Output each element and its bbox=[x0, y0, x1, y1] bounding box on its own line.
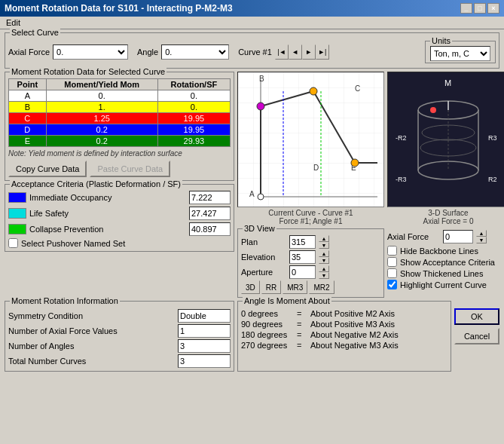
3d-view-group: 3D View Plan ▲ ▼ Elevation bbox=[237, 228, 384, 298]
chart-svg: A B C D E bbox=[238, 72, 384, 207]
cp-value[interactable] bbox=[189, 222, 231, 236]
ls-swatch bbox=[8, 208, 26, 219]
current-curve-label: Current Curve - Curve #1 bbox=[268, 209, 353, 217]
3d-surface-label: 3-D Surface bbox=[428, 209, 468, 217]
svg-text:R3: R3 bbox=[488, 134, 497, 142]
curve-label: Curve #1 bbox=[238, 47, 272, 57]
svg-text:M: M bbox=[444, 78, 451, 87]
ls-value[interactable] bbox=[189, 207, 231, 220]
io-value[interactable] bbox=[189, 191, 231, 204]
paste-curve-button[interactable]: Paste Curve Data bbox=[90, 161, 170, 177]
table-row: B1.0. bbox=[9, 102, 231, 113]
dialog-buttons: OK Cancel bbox=[454, 301, 499, 375]
menu-bar: Edit bbox=[0, 17, 504, 29]
copy-paste-row: Copy Curve Data Paste Curve Data bbox=[8, 161, 231, 177]
total-curves-label: Total Number Curves bbox=[8, 357, 175, 366]
ac-item-1: Immediate Occupancy bbox=[8, 191, 231, 204]
axial-force-zero: Axial Force = 0 bbox=[423, 217, 474, 225]
units-select[interactable]: Ton, m, C bbox=[430, 46, 490, 61]
show-thickened-row: Show Thickened Lines bbox=[387, 268, 504, 278]
angle-select[interactable]: 0. bbox=[161, 44, 229, 60]
num-axial-value[interactable] bbox=[178, 324, 231, 338]
af-up[interactable]: ▲ bbox=[476, 230, 487, 237]
aperture-input[interactable] bbox=[289, 265, 316, 279]
acceptance-criteria-group: Acceptance Criteria (Plastic Deformation… bbox=[5, 184, 234, 252]
svg-point-10 bbox=[310, 87, 317, 95]
table-row: C1.2519.95 bbox=[9, 113, 231, 124]
about-180: About Negative M2 Axis bbox=[310, 330, 399, 339]
about-90: About Positive M3 Axis bbox=[310, 320, 395, 329]
chart-label-1: Current Curve - Curve #1 Force #1; Angle… bbox=[237, 209, 384, 225]
btn-rr[interactable]: RR bbox=[261, 280, 281, 294]
main-chart: A B C D E bbox=[237, 72, 384, 207]
units-group: Units Ton, m, C bbox=[425, 41, 496, 63]
angle-row-180: 180 degrees = About Negative M2 Axis bbox=[241, 330, 447, 339]
cancel-button[interactable]: Cancel bbox=[454, 328, 499, 344]
3d-surface-chart: M -R2 R3 -R3 R2 bbox=[387, 72, 504, 207]
force-angle-label: Force #1; Angle #1 bbox=[279, 217, 343, 225]
nav-first[interactable]: |◄ bbox=[275, 44, 289, 60]
col-rotation: Rotation/SF bbox=[157, 79, 230, 90]
table-row: A0.0. bbox=[9, 90, 231, 102]
svg-text:-R2: -R2 bbox=[396, 134, 407, 142]
nav-next[interactable]: ► bbox=[302, 44, 316, 60]
deg-270: 270 degrees bbox=[241, 341, 294, 350]
pushover-checkbox[interactable] bbox=[8, 238, 18, 248]
hide-backbone-row: Hide Backbone Lines bbox=[387, 246, 504, 256]
nav-prev[interactable]: ◄ bbox=[289, 44, 302, 60]
svg-point-9 bbox=[257, 103, 264, 110]
btn-3d[interactable]: 3D bbox=[241, 280, 260, 294]
plan-row: Plan ▲ ▼ bbox=[241, 235, 380, 249]
svg-text:R2: R2 bbox=[488, 176, 497, 183]
total-curves-value[interactable] bbox=[178, 354, 231, 368]
aperture-down[interactable]: ▼ bbox=[319, 272, 329, 279]
deg-180: 180 degrees bbox=[241, 330, 294, 339]
axial-force-select[interactable]: 0. bbox=[53, 44, 128, 60]
num-angles-value[interactable] bbox=[178, 339, 231, 353]
show-acceptance-label: Show Acceptance Criteria bbox=[400, 258, 495, 267]
svg-text:D: D bbox=[313, 164, 319, 172]
menu-edit[interactable]: Edit bbox=[3, 17, 23, 28]
surface-label: 3-D Surface Axial Force = 0 bbox=[387, 209, 504, 225]
window-title: Moment Rotation Data for S101 - Interact… bbox=[5, 3, 233, 14]
show-acceptance-checkbox[interactable] bbox=[387, 257, 397, 267]
cp-swatch bbox=[8, 224, 26, 234]
btn-mr3[interactable]: MR3 bbox=[283, 280, 307, 294]
af-down[interactable]: ▼ bbox=[476, 237, 487, 243]
about-270: About Negative M3 Axis bbox=[310, 341, 399, 350]
aperture-spinner: ▲ ▼ bbox=[319, 265, 329, 279]
moment-rotation-group: Moment Rotation Data for Selected Curve … bbox=[5, 72, 234, 181]
hide-backbone-checkbox[interactable] bbox=[387, 246, 397, 256]
elevation-input[interactable] bbox=[289, 250, 316, 264]
3d-svg: M -R2 R3 -R3 R2 bbox=[388, 72, 504, 207]
af-spinner: ▲ ▼ bbox=[476, 230, 487, 243]
minimize-button[interactable]: _ bbox=[460, 3, 472, 14]
plan-spinner: ▲ ▼ bbox=[319, 235, 329, 249]
btn-mr2[interactable]: MR2 bbox=[309, 280, 334, 294]
close-button[interactable]: × bbox=[487, 3, 499, 14]
maximize-button[interactable]: □ bbox=[474, 3, 486, 14]
acceptance-criteria-title: Acceptance Criteria (Plastic Deformation… bbox=[10, 179, 182, 188]
show-thickened-checkbox[interactable] bbox=[387, 268, 397, 278]
aperture-up[interactable]: ▲ bbox=[319, 265, 329, 272]
symmetry-value[interactable] bbox=[178, 309, 231, 323]
angle-row-270: 270 degrees = About Negative M3 Axis bbox=[241, 341, 447, 350]
nav-last[interactable]: ►| bbox=[316, 44, 329, 60]
plan-input[interactable] bbox=[289, 235, 316, 249]
af-label: Axial Force bbox=[387, 232, 440, 241]
elevation-down[interactable]: ▼ bbox=[319, 257, 329, 264]
axial-force-input[interactable] bbox=[443, 230, 473, 243]
plan-up[interactable]: ▲ bbox=[319, 235, 329, 242]
ac-item-2: Life Safety bbox=[8, 207, 231, 220]
highlight-current-checkbox[interactable] bbox=[387, 280, 397, 289]
elevation-up[interactable]: ▲ bbox=[319, 250, 329, 257]
plan-down[interactable]: ▼ bbox=[319, 242, 329, 249]
3d-view-title: 3D View bbox=[243, 224, 276, 233]
hide-backbone-label: Hide Backbone Lines bbox=[400, 246, 478, 256]
elevation-row: Elevation ▲ ▼ bbox=[241, 250, 380, 264]
ok-button[interactable]: OK bbox=[454, 308, 499, 325]
copy-curve-button[interactable]: Copy Curve Data bbox=[8, 161, 87, 177]
io-swatch bbox=[8, 192, 26, 203]
select-curve-group: Select Curve Axial Force 0. Angle 0. Cur… bbox=[5, 32, 499, 69]
center-section: A B C D E Current C bbox=[237, 72, 384, 301]
